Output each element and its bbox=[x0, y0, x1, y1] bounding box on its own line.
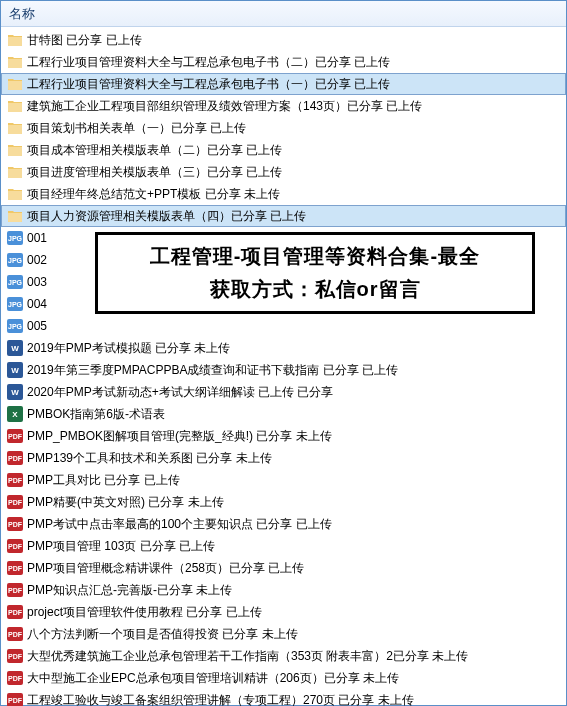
item-label: 工程行业项目管理资料大全与工程总承包电子书（二）已分享 已上传 bbox=[27, 54, 390, 71]
item-label: 建筑施工企业工程项目部组织管理及绩效管理方案（143页）已分享 已上传 bbox=[27, 98, 422, 115]
jpg-icon: JPG bbox=[7, 297, 23, 311]
file-row[interactable]: W2020年PMP考试新动态+考试大纲详细解读 已上传 已分享 bbox=[1, 381, 566, 403]
file-row[interactable]: PDF工程竣工验收与竣工备案组织管理讲解（专项工程）270页 已分享 未上传 bbox=[1, 689, 566, 706]
pdf-icon: PDF bbox=[7, 517, 23, 531]
item-label: 大中型施工企业EPC总承包项目管理培训精讲（206页）已分享 未上传 bbox=[27, 670, 399, 687]
item-label: 2019年PMP考试模拟题 已分享 未上传 bbox=[27, 340, 230, 357]
file-row[interactable]: PDFPMP_PMBOK图解项目管理(完整版_经典!) 已分享 未上传 bbox=[1, 425, 566, 447]
item-label: 工程行业项目管理资料大全与工程总承包电子书（一）已分享 已上传 bbox=[27, 76, 390, 93]
item-label: 工程竣工验收与竣工备案组织管理讲解（专项工程）270页 已分享 未上传 bbox=[27, 692, 414, 707]
pdf-icon: PDF bbox=[7, 693, 23, 706]
pdf-icon: PDF bbox=[7, 627, 23, 641]
item-label: PMP项目管理概念精讲课件（258页）已分享 已上传 bbox=[27, 560, 304, 577]
jpg-icon: JPG bbox=[7, 275, 23, 289]
folder-row[interactable]: 甘特图 已分享 已上传 bbox=[1, 29, 566, 51]
jpg-icon: JPG bbox=[7, 253, 23, 267]
jpg-icon: JPG bbox=[7, 319, 23, 333]
folder-row[interactable]: 项目人力资源管理相关模版表单（四）已分享 已上传 bbox=[1, 205, 566, 227]
item-label: 2019年第三季度PMPACPPBA成绩查询和证书下载指南 已分享 已上传 bbox=[27, 362, 398, 379]
item-label: 001 bbox=[27, 231, 47, 245]
file-row[interactable]: PDF大中型施工企业EPC总承包项目管理培训精讲（206页）已分享 未上传 bbox=[1, 667, 566, 689]
overlay-announcement: 工程管理-项目管理等资料合集-最全 获取方式：私信or留言 bbox=[95, 232, 535, 314]
item-label: PMP知识点汇总-完善版-已分享 未上传 bbox=[27, 582, 232, 599]
file-row[interactable]: JPG005 bbox=[1, 315, 566, 337]
folder-icon bbox=[7, 32, 23, 48]
item-label: 005 bbox=[27, 319, 47, 333]
item-label: PMP工具对比 已分享 已上传 bbox=[27, 472, 180, 489]
folder-icon bbox=[7, 54, 23, 70]
item-label: 项目人力资源管理相关模版表单（四）已分享 已上传 bbox=[27, 208, 306, 225]
item-label: 2020年PMP考试新动态+考试大纲详细解读 已上传 已分享 bbox=[27, 384, 333, 401]
file-row[interactable]: PDFPMP139个工具和技术和关系图 已分享 未上传 bbox=[1, 447, 566, 469]
folder-row[interactable]: 工程行业项目管理资料大全与工程总承包电子书（一）已分享 已上传 bbox=[1, 73, 566, 95]
pdf-icon: PDF bbox=[7, 561, 23, 575]
item-label: 004 bbox=[27, 297, 47, 311]
file-row[interactable]: PDFPMP项目管理概念精讲课件（258页）已分享 已上传 bbox=[1, 557, 566, 579]
jpg-icon: JPG bbox=[7, 231, 23, 245]
folder-row[interactable]: 项目策划书相关表单（一）已分享 已上传 bbox=[1, 117, 566, 139]
file-row[interactable]: PDF大型优秀建筑施工企业总承包管理若干工作指南（353页 附表丰富）2已分享 … bbox=[1, 645, 566, 667]
folder-row[interactable]: 项目进度管理相关模版表单（三）已分享 已上传 bbox=[1, 161, 566, 183]
item-label: PMBOK指南第6版-术语表 bbox=[27, 406, 165, 423]
file-row[interactable]: PDFPMP精要(中英文对照) 已分享 未上传 bbox=[1, 491, 566, 513]
item-label: PMP精要(中英文对照) 已分享 未上传 bbox=[27, 494, 224, 511]
item-label: 项目经理年终总结范文+PPT模板 已分享 未上传 bbox=[27, 186, 280, 203]
file-list: 甘特图 已分享 已上传工程行业项目管理资料大全与工程总承包电子书（二）已分享 已… bbox=[1, 27, 566, 706]
pdf-icon: PDF bbox=[7, 583, 23, 597]
overlay-subtitle: 获取方式：私信or留言 bbox=[210, 276, 421, 303]
pdf-icon: PDF bbox=[7, 539, 23, 553]
item-label: 项目策划书相关表单（一）已分享 已上传 bbox=[27, 120, 246, 137]
file-row[interactable]: PDFPMP考试中点击率最高的100个主要知识点 已分享 已上传 bbox=[1, 513, 566, 535]
file-explorer-window: 名称 甘特图 已分享 已上传工程行业项目管理资料大全与工程总承包电子书（二）已分… bbox=[0, 0, 567, 706]
item-label: PMP考试中点击率最高的100个主要知识点 已分享 已上传 bbox=[27, 516, 332, 533]
file-row[interactable]: W2019年第三季度PMPACPPBA成绩查询和证书下载指南 已分享 已上传 bbox=[1, 359, 566, 381]
item-label: project项目管理软件使用教程 已分享 已上传 bbox=[27, 604, 262, 621]
overlay-title: 工程管理-项目管理等资料合集-最全 bbox=[150, 243, 480, 270]
folder-icon bbox=[7, 142, 23, 158]
folder-row[interactable]: 项目经理年终总结范文+PPT模板 已分享 未上传 bbox=[1, 183, 566, 205]
excel-icon: X bbox=[7, 406, 23, 422]
file-row[interactable]: W2019年PMP考试模拟题 已分享 未上传 bbox=[1, 337, 566, 359]
file-row[interactable]: PDFproject项目管理软件使用教程 已分享 已上传 bbox=[1, 601, 566, 623]
folder-icon bbox=[7, 186, 23, 202]
item-label: 项目成本管理相关模版表单（二）已分享 已上传 bbox=[27, 142, 282, 159]
folder-row[interactable]: 建筑施工企业工程项目部组织管理及绩效管理方案（143页）已分享 已上传 bbox=[1, 95, 566, 117]
folder-icon bbox=[7, 98, 23, 114]
item-label: PMP项目管理 103页 已分享 已上传 bbox=[27, 538, 215, 555]
item-label: PMP139个工具和技术和关系图 已分享 未上传 bbox=[27, 450, 272, 467]
pdf-icon: PDF bbox=[7, 671, 23, 685]
file-row[interactable]: PDFPMP工具对比 已分享 已上传 bbox=[1, 469, 566, 491]
pdf-icon: PDF bbox=[7, 451, 23, 465]
item-label: 002 bbox=[27, 253, 47, 267]
folder-row[interactable]: 工程行业项目管理资料大全与工程总承包电子书（二）已分享 已上传 bbox=[1, 51, 566, 73]
word-icon: W bbox=[7, 362, 23, 378]
pdf-icon: PDF bbox=[7, 473, 23, 487]
word-icon: W bbox=[7, 340, 23, 356]
folder-icon bbox=[7, 208, 23, 224]
pdf-icon: PDF bbox=[7, 649, 23, 663]
file-row[interactable]: PDFPMP项目管理 103页 已分享 已上传 bbox=[1, 535, 566, 557]
item-label: PMP_PMBOK图解项目管理(完整版_经典!) 已分享 未上传 bbox=[27, 428, 332, 445]
item-label: 项目进度管理相关模版表单（三）已分享 已上传 bbox=[27, 164, 282, 181]
folder-row[interactable]: 项目成本管理相关模版表单（二）已分享 已上传 bbox=[1, 139, 566, 161]
item-label: 八个方法判断一个项目是否值得投资 已分享 未上传 bbox=[27, 626, 298, 643]
item-label: 甘特图 已分享 已上传 bbox=[27, 32, 142, 49]
folder-icon bbox=[7, 76, 23, 92]
folder-icon bbox=[7, 120, 23, 136]
folder-icon bbox=[7, 164, 23, 180]
file-row[interactable]: PDFPMP知识点汇总-完善版-已分享 未上传 bbox=[1, 579, 566, 601]
pdf-icon: PDF bbox=[7, 495, 23, 509]
item-label: 大型优秀建筑施工企业总承包管理若干工作指南（353页 附表丰富）2已分享 未上传 bbox=[27, 648, 468, 665]
file-row[interactable]: XPMBOK指南第6版-术语表 bbox=[1, 403, 566, 425]
column-header-name: 名称 bbox=[9, 5, 35, 23]
column-header[interactable]: 名称 bbox=[1, 1, 566, 27]
file-row[interactable]: PDF八个方法判断一个项目是否值得投资 已分享 未上传 bbox=[1, 623, 566, 645]
word-icon: W bbox=[7, 384, 23, 400]
item-label: 003 bbox=[27, 275, 47, 289]
pdf-icon: PDF bbox=[7, 429, 23, 443]
pdf-icon: PDF bbox=[7, 605, 23, 619]
